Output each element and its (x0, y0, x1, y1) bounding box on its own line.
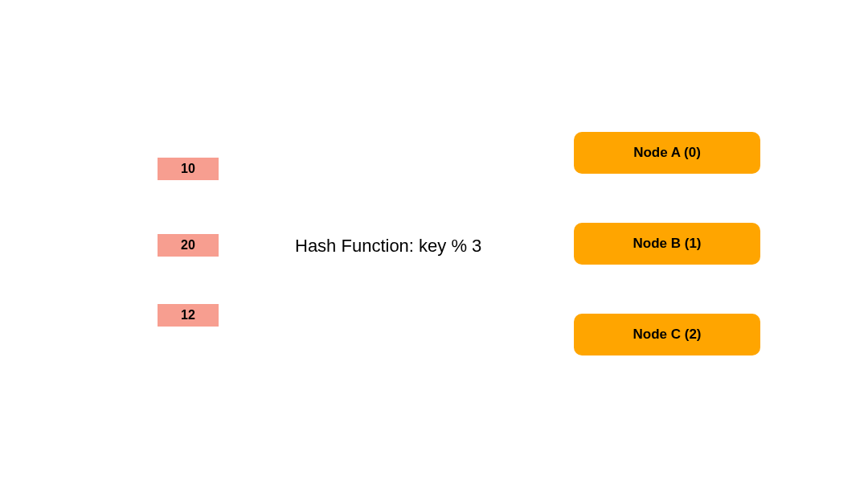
node-label-a: Node A (0) (633, 145, 701, 161)
node-box-b: Node B (1) (574, 223, 760, 265)
key-label-3: 12 (181, 308, 195, 323)
key-box-3: 12 (158, 304, 219, 327)
key-label-1: 10 (181, 162, 195, 176)
node-label-c: Node C (2) (633, 327, 702, 343)
hash-function-label: Hash Function: key % 3 (295, 236, 481, 257)
hash-function-text: Hash Function: key % 3 (295, 236, 481, 256)
key-box-2: 20 (158, 234, 219, 257)
hash-diagram-canvas: 10 20 12 Hash Function: key % 3 Node A (… (0, 0, 868, 489)
node-box-c: Node C (2) (574, 314, 760, 355)
key-box-1: 10 (158, 158, 219, 180)
node-label-b: Node B (1) (633, 236, 702, 252)
key-label-2: 20 (181, 238, 195, 253)
node-box-a: Node A (0) (574, 132, 760, 174)
